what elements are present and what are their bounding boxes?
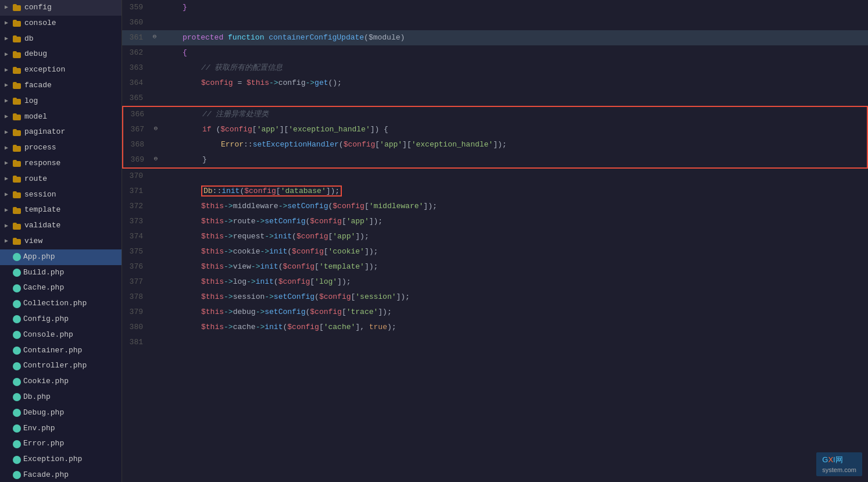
code-line-375: 375 $this->cookie->init($config['cookie'… [122,244,868,259]
sidebar-item-config-php[interactable]: ▶ Config.php [0,312,122,327]
sidebar-item-label: Debug.php [23,407,64,419]
sidebar-item-cookie-php[interactable]: ▶ Cookie.php [0,374,122,390]
sidebar-item-session[interactable]: ▶ session [0,187,122,203]
arrow-icon: ▶ [5,3,12,12]
code-line-371: 371 Db::init($config['database']); [122,184,868,199]
sidebar-item-container-php[interactable]: ▶ Container.php [0,343,122,359]
code-line-379: 379 $this->debug->setConfig($config['tra… [122,305,868,320]
arrow-icon: ▶ [5,34,12,44]
code-line-368: 368Error::setExceptionHandler($config['a… [123,137,867,152]
folder-icon [13,4,22,11]
sidebar-item-label: console [24,17,56,30]
sidebar-item-cache-php[interactable]: ▶ Cache.php [0,280,122,296]
folder-icon [13,113,22,120]
sidebar-item-db[interactable]: ▶ db [0,31,122,47]
sidebar-item-label: session [24,189,56,201]
sidebar-item-console[interactable]: ▶ console [0,16,122,31]
code-line-361: 361 ⊖ protected function containerConfig… [122,30,868,45]
arrow-icon: ▶ [5,237,12,246]
code-line-363: 363 // 获取所有的配置信息 [122,60,868,76]
sidebar-item-label: Controller.php [23,360,87,372]
watermark-text: GXI网 [822,455,842,464]
sidebar-item-label: Collection.php [23,298,87,310]
file-icon [13,347,21,355]
file-icon [13,269,21,277]
folder-icon [13,238,22,245]
sidebar-item-template[interactable]: ▶ template [0,202,122,218]
code-editor: 359 } 360 361 ⊖ protected function conta… [122,0,868,482]
code-line-381: 381 [122,335,868,350]
sidebar-item-route[interactable]: ▶ route [0,172,122,187]
sidebar-item-label: facade [24,80,52,92]
file-icon [13,456,21,464]
code-line-377: 377 $this->log->init($config['log']); [122,274,868,290]
folder-icon [13,82,22,89]
sidebar-item-label: App.php [23,251,55,263]
sidebar-item-model[interactable]: ▶ model [0,109,122,125]
code-line-364: 364 $config = $this->config->get(); [122,76,868,91]
sidebar-item-view[interactable]: ▶ view [0,234,122,249]
sidebar-item-error-php[interactable]: ▶ Error.php [0,436,122,452]
sidebar-item-label: db [24,33,34,45]
exception-handler-block: 366// 注册异常处理类367⊖if ($config['app']['exc… [122,106,868,169]
arrow-icon: ▶ [5,66,12,75]
arrow-icon: ▶ [5,81,12,90]
file-icon [13,409,21,417]
sidebar-item-collection-php[interactable]: ▶ Collection.php [0,296,122,312]
file-icon [13,315,21,323]
sidebar-item-label: Error.php [23,438,64,450]
sidebar-item-label: exception [24,64,65,76]
folder-icon [13,67,22,74]
code-line-378: 378 $this->session->setConfig($config['s… [122,290,868,305]
folder-icon [13,223,22,230]
sidebar-item-label: Cookie.php [23,376,69,388]
folder-icon [13,191,22,198]
sidebar-item-response[interactable]: ▶ response [0,156,122,172]
sidebar-item-process[interactable]: ▶ process [0,140,122,156]
folder-icon [13,20,22,27]
sidebar-item-label: process [24,142,56,154]
sidebar-item-label: response [24,158,60,170]
sidebar-item-debug-php[interactable]: ▶ Debug.php [0,405,122,421]
sidebar-item-validate[interactable]: ▶ validate [0,218,122,234]
arrow-icon: ▶ [5,128,12,137]
sidebar-item-debug[interactable]: ▶ debug [0,47,122,62]
arrow-icon: ▶ [5,174,12,184]
sidebar-item-log[interactable]: ▶ log [0,94,122,109]
sidebar-item-controller-php[interactable]: ▶ Controller.php [0,358,122,374]
file-icon [13,300,21,308]
file-icon [13,331,21,339]
arrow-icon: ▶ [5,97,12,106]
sidebar-item-paginator[interactable]: ▶ paginator [0,124,122,140]
sidebar-item-label: debug [24,48,47,60]
sidebar-item-label: Db.php [23,391,51,404]
file-tree[interactable]: ▶ config ▶ console ▶ db ▶ debug ▶ except… [0,0,122,482]
sidebar-item-console-php[interactable]: ▶ Console.php [0,327,122,343]
sidebar-item-app-php[interactable]: ▶ App.php [0,249,122,265]
code-line-369: 369⊖} [123,152,867,167]
sidebar-item-label: config [24,2,52,14]
sidebar-item-label: view [24,235,42,248]
sidebar-item-config[interactable]: ▶ config [0,0,122,16]
sidebar-item-exception-php[interactable]: ▶ Exception.php [0,452,122,467]
sidebar-item-label: template [24,204,60,216]
code-line-367: 367⊖if ($config['app']['exception_handle… [123,122,867,137]
folder-icon [13,51,22,58]
code-line-370: 370 [122,169,868,184]
code-line-373: 373 $this->route->setConfig($config['app… [122,214,868,229]
code-line-359: 359 } [122,0,868,15]
sidebar-item-facade[interactable]: ▶ facade [0,78,122,94]
folder-icon [13,129,22,136]
sidebar-item-label: Facade.php [23,469,69,481]
sidebar-item-exception[interactable]: ▶ exception [0,62,122,78]
sidebar-item-env-php[interactable]: ▶ Env.php [0,421,122,437]
code-line-366: 366// 注册异常处理类 [123,107,867,122]
sidebar-item-db-php[interactable]: ▶ Db.php [0,390,122,405]
sidebar-item-build-php[interactable]: ▶ Build.php [0,265,122,281]
sidebar-item-label: Console.php [23,329,73,341]
arrow-icon: ▶ [5,50,12,59]
sidebar-item-facade-php[interactable]: ▶ Facade.php [0,467,122,482]
sidebar-item-label: model [24,111,47,123]
file-icon [13,393,21,401]
file-icon [13,253,21,261]
